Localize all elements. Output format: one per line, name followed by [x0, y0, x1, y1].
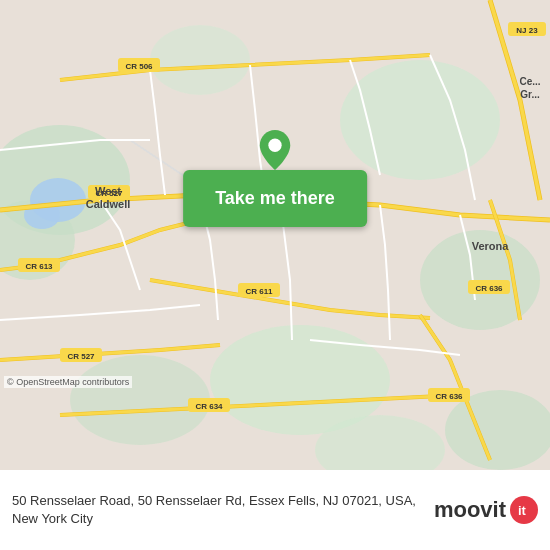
location-pin — [259, 130, 291, 174]
svg-text:CR 611: CR 611 — [245, 287, 273, 296]
svg-text:CR 613: CR 613 — [25, 262, 53, 271]
svg-point-8 — [150, 25, 250, 95]
map-svg: CR 527 CR 527 CR 527 CR 506 NJ 23 CR 613… — [0, 0, 550, 470]
info-bar: 50 Rensselaer Road, 50 Rensselaer Rd, Es… — [0, 470, 550, 550]
moovit-text: moovit — [434, 497, 506, 523]
svg-text:CR 527: CR 527 — [67, 352, 95, 361]
svg-text:CR 506: CR 506 — [125, 62, 153, 71]
moovit-icon: it — [510, 496, 538, 524]
svg-point-37 — [268, 139, 281, 152]
map-container: CR 527 CR 527 CR 527 CR 506 NJ 23 CR 613… — [0, 0, 550, 470]
address-text: 50 Rensselaer Road, 50 Rensselaer Rd, Es… — [12, 492, 434, 528]
svg-text:Caldwell: Caldwell — [86, 198, 131, 210]
svg-text:West: West — [95, 185, 121, 197]
svg-text:NJ 23: NJ 23 — [516, 26, 538, 35]
svg-text:Gr...: Gr... — [520, 89, 540, 100]
osm-attribution: © OpenStreetMap contributors — [4, 376, 132, 388]
take-me-there-button[interactable]: Take me there — [183, 170, 367, 227]
svg-text:CR 634: CR 634 — [195, 402, 223, 411]
cta-button-container: Take me there — [183, 170, 367, 227]
moovit-logo: moovit it — [434, 496, 538, 524]
svg-point-3 — [340, 60, 500, 180]
svg-text:CR 636: CR 636 — [475, 284, 503, 293]
svg-text:Ce...: Ce... — [519, 76, 540, 87]
svg-text:Verona: Verona — [472, 240, 510, 252]
svg-text:it: it — [518, 503, 527, 518]
svg-text:CR 636: CR 636 — [435, 392, 463, 401]
